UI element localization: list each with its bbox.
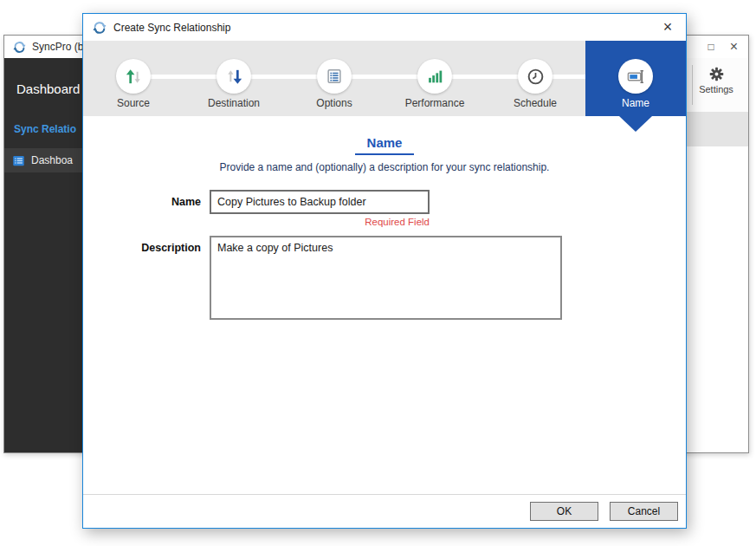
step-source-circle bbox=[116, 59, 151, 94]
settings-label: Settings bbox=[699, 84, 733, 94]
dialog-titlebar: Create Sync Relationship × bbox=[83, 14, 686, 41]
step-label: Options bbox=[316, 97, 352, 109]
gear-icon bbox=[709, 67, 724, 81]
rename-textbox-icon bbox=[626, 67, 646, 87]
step-label: Schedule bbox=[514, 97, 557, 109]
step-label: Destination bbox=[208, 97, 260, 109]
step-schedule-circle bbox=[518, 59, 552, 94]
step-options[interactable]: Options bbox=[284, 41, 384, 116]
page-subtitle: Provide a name and (optionally) a descri… bbox=[83, 161, 686, 173]
page-title: Name bbox=[355, 135, 415, 155]
cancel-button[interactable]: Cancel bbox=[610, 502, 678, 521]
destination-arrows-icon bbox=[224, 67, 244, 87]
step-source[interactable]: Source bbox=[83, 41, 184, 116]
dialog-close-icon[interactable]: × bbox=[655, 14, 681, 41]
ok-button[interactable]: OK bbox=[530, 502, 598, 521]
name-input[interactable] bbox=[210, 190, 430, 214]
step-performance[interactable]: Performance bbox=[384, 41, 485, 116]
step-destination-circle bbox=[216, 59, 251, 94]
required-field-note: Required Field bbox=[210, 217, 430, 227]
step-label: Performance bbox=[405, 97, 465, 109]
description-field-label: Description bbox=[83, 236, 201, 320]
active-step-pointer bbox=[619, 116, 652, 132]
performance-bars-icon bbox=[425, 67, 444, 86]
syncpro-logo-icon bbox=[13, 41, 26, 54]
source-arrows-icon bbox=[124, 67, 144, 87]
step-destination[interactable]: Destination bbox=[184, 41, 284, 116]
dashboard-list-icon bbox=[12, 154, 25, 167]
step-name-circle bbox=[618, 59, 653, 94]
wizard-steps: Source Destination bbox=[83, 41, 686, 116]
settings-button[interactable]: Settings bbox=[693, 67, 740, 94]
description-input[interactable]: Make a copy of Pictures bbox=[210, 236, 562, 320]
sidebar-item-label: Dashboa bbox=[31, 154, 73, 166]
dialog-content: Name Provide a name and (optionally) a d… bbox=[83, 116, 686, 320]
main-window-title: SyncPro (b bbox=[32, 41, 83, 53]
schedule-clock-icon bbox=[526, 67, 546, 87]
step-label: Name bbox=[622, 97, 649, 109]
name-field-label: Name bbox=[83, 190, 201, 214]
maximize-icon[interactable]: □ bbox=[708, 41, 714, 53]
options-list-icon bbox=[325, 67, 344, 86]
step-options-circle bbox=[317, 59, 352, 94]
name-field-row: Name bbox=[83, 190, 686, 214]
sync-logo-icon bbox=[93, 21, 107, 35]
step-schedule[interactable]: Schedule bbox=[485, 41, 585, 116]
name-form: Name Required Field Description Make a c… bbox=[83, 190, 686, 320]
step-label: Source bbox=[117, 97, 150, 109]
step-name[interactable]: Name bbox=[585, 41, 686, 116]
main-window-controls: □ × bbox=[708, 36, 738, 58]
description-field-row: Description Make a copy of Pictures bbox=[83, 236, 686, 320]
dialog-footer: OK Cancel bbox=[83, 494, 686, 528]
close-icon[interactable]: × bbox=[730, 40, 738, 54]
step-performance-circle bbox=[417, 59, 452, 94]
create-sync-relationship-dialog: Create Sync Relationship × Source bbox=[82, 13, 687, 529]
dialog-title: Create Sync Relationship bbox=[113, 22, 230, 34]
